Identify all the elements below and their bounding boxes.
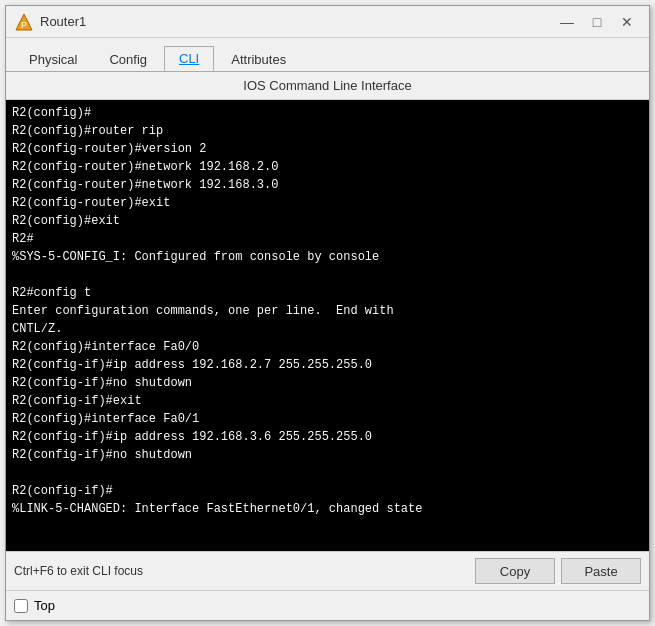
tab-physical[interactable]: Physical — [14, 47, 92, 71]
close-button[interactable]: ✕ — [613, 11, 641, 33]
title-bar-controls: — □ ✕ — [553, 11, 641, 33]
title-bar: P Router1 — □ ✕ — [6, 6, 649, 38]
action-buttons: Copy Paste — [475, 558, 641, 584]
paste-button[interactable]: Paste — [561, 558, 641, 584]
tab-cli[interactable]: CLI — [164, 46, 214, 71]
router-window: P Router1 — □ ✕ Physical Config CLI Attr… — [5, 5, 650, 621]
footer-bar: Top — [6, 590, 649, 620]
title-bar-left: P Router1 — [14, 12, 86, 32]
app-icon: P — [14, 12, 34, 32]
window-title: Router1 — [40, 14, 86, 29]
minimize-button[interactable]: — — [553, 11, 581, 33]
top-label: Top — [34, 598, 55, 613]
terminal-output[interactable]: R2(config)# R2(config)#router rip R2(con… — [12, 104, 643, 547]
tab-attributes[interactable]: Attributes — [216, 47, 301, 71]
bottom-bar: Ctrl+F6 to exit CLI focus Copy Paste — [6, 551, 649, 590]
tab-bar: Physical Config CLI Attributes — [6, 38, 649, 72]
top-checkbox[interactable] — [14, 599, 28, 613]
copy-button[interactable]: Copy — [475, 558, 555, 584]
tab-config[interactable]: Config — [94, 47, 162, 71]
cli-header: IOS Command Line Interface — [6, 72, 649, 100]
maximize-button[interactable]: □ — [583, 11, 611, 33]
terminal-container[interactable]: R2(config)# R2(config)#router rip R2(con… — [6, 100, 649, 551]
top-checkbox-label[interactable]: Top — [14, 598, 55, 613]
exit-hint: Ctrl+F6 to exit CLI focus — [14, 564, 143, 578]
svg-text:P: P — [21, 20, 27, 30]
